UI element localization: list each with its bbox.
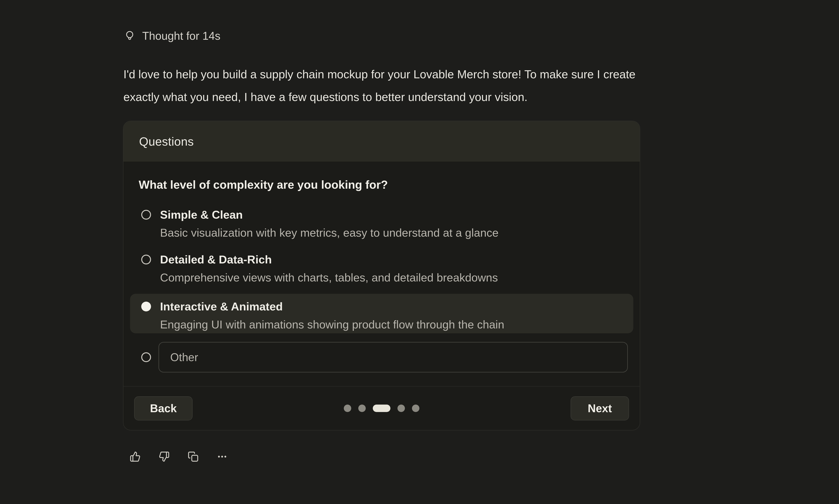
- lightbulb-icon: [124, 30, 136, 42]
- step-dot: [344, 404, 351, 412]
- radio-selected-icon[interactable]: [141, 302, 151, 311]
- step-dot: [398, 404, 405, 412]
- option-description: Comprehensive views with charts, tables,…: [160, 271, 498, 284]
- ellipsis-icon[interactable]: [217, 451, 228, 462]
- copy-icon[interactable]: [188, 451, 199, 462]
- message-line: I'd love to help you build a supply chai…: [123, 63, 809, 86]
- next-button[interactable]: Next: [571, 396, 629, 420]
- option-description: Basic visualization with key metrics, ea…: [160, 226, 499, 239]
- radio-unselected-icon[interactable]: [141, 210, 151, 220]
- questions-card-footer: Back Next: [123, 386, 640, 430]
- message-actions: [130, 451, 228, 462]
- thumbs-down-icon[interactable]: [159, 451, 170, 462]
- thought-label: Thought for 14s: [142, 29, 221, 43]
- questions-card: Questions What level of complexity are y…: [123, 121, 640, 430]
- thumbs-up-icon[interactable]: [130, 451, 141, 462]
- option-description: Engaging UI with animations showing prod…: [160, 318, 504, 331]
- question-text: What level of complexity are you looking…: [139, 178, 625, 192]
- back-button[interactable]: Back: [134, 396, 193, 420]
- radio-option-detailed-data-rich[interactable]: Detailed & Data-Rich Comprehensive views…: [139, 253, 625, 284]
- step-dot: [358, 404, 366, 412]
- step-pagination: [344, 404, 419, 412]
- radio-option-simple-clean[interactable]: Simple & Clean Basic visualization with …: [139, 208, 625, 239]
- message-line: exactly what you need, I have a few ques…: [123, 86, 809, 108]
- questions-card-body: What level of complexity are you looking…: [123, 178, 640, 373]
- radio-option-other[interactable]: [139, 342, 625, 373]
- step-dot: [412, 404, 419, 412]
- card-title: Questions: [139, 135, 194, 148]
- step-dot-active: [373, 404, 390, 412]
- radio-unselected-icon[interactable]: [141, 352, 151, 362]
- radio-unselected-icon[interactable]: [141, 255, 151, 265]
- other-option-input[interactable]: [158, 342, 628, 373]
- questions-card-header: Questions: [123, 121, 640, 162]
- option-label: Simple & Clean: [160, 208, 499, 221]
- radio-option-interactive-animated[interactable]: Interactive & Animated Engaging UI with …: [130, 294, 633, 333]
- option-label: Detailed & Data-Rich: [160, 253, 498, 266]
- chat-message-view: Thought for 14s I'd love to help you bui…: [0, 0, 839, 504]
- assistant-message: I'd love to help you build a supply chai…: [123, 63, 809, 108]
- option-label: Interactive & Animated: [160, 300, 504, 313]
- thought-header[interactable]: Thought for 14s: [124, 29, 221, 43]
